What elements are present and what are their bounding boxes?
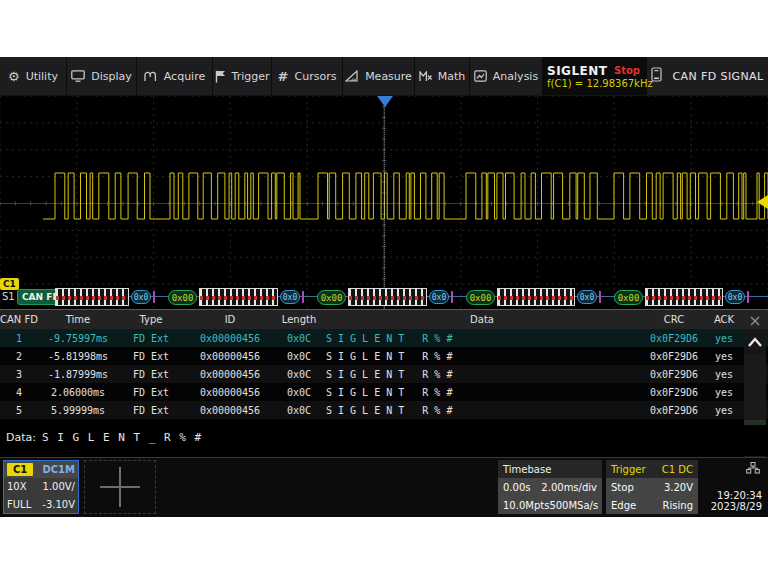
cell-crc: 0x0F29D6 [642, 387, 706, 398]
cell-length: 0x0C [276, 351, 322, 362]
trigger-source: C1 DC [662, 464, 693, 475]
trigger-level: 3.20V [664, 482, 693, 493]
table-row[interactable]: 55.99999msFD Ext0x000004560x0CS I G L E … [0, 401, 768, 419]
detail-label: Data: [6, 431, 36, 444]
cell-data: S I G L E N T _ R % # [322, 369, 642, 380]
decode-signal-menu[interactable]: CAN FD SIGNAL [647, 57, 768, 95]
cell-data: S I G L E N T _ R % # [322, 405, 642, 416]
column-header-time: Time [38, 314, 118, 325]
channel1-offset-marker[interactable]: C1 [0, 278, 19, 290]
trigger-position-marker[interactable] [377, 96, 393, 107]
plus-icon [100, 467, 140, 507]
table-row[interactable]: 3-1.87999msFD Ext0x000004560x0CS I G L E… [0, 365, 768, 383]
waveform-display[interactable]: C1 S1 CAN FD 0x00x000x00x000x00x000x00x0… [0, 95, 768, 310]
menu-item-trigger[interactable]: Trigger [213, 57, 272, 95]
close-icon[interactable]: × [743, 312, 767, 330]
column-header-id: ID [184, 314, 276, 325]
bus-end-segment: 0x0 [280, 290, 300, 304]
decode-table: CAN FDTimeTypeIDLengthDataCRCACK 1-9.759… [0, 310, 768, 425]
channel1-offset: -3.10V [42, 499, 75, 510]
column-header-can-fd: CAN FD [0, 314, 38, 325]
cell-length: 0x0C [276, 369, 322, 380]
trigger-descriptor[interactable]: Trigger C1 DC Stop 3.20V Edge Rising [606, 460, 698, 514]
menu-item-display[interactable]: Display [67, 57, 137, 95]
bus-value-segment: 0x00 [614, 290, 643, 305]
flag-icon [215, 70, 226, 83]
column-header-data: Data [322, 314, 642, 325]
menu-item-analysis[interactable]: Analysis [470, 57, 543, 95]
table-row[interactable]: 2-5.81998msFD Ext0x000004560x0CS I G L E… [0, 347, 768, 365]
timebase-descriptor[interactable]: Timebase 0.00s 2.00ms/div 10.0Mpts 500MS… [498, 460, 602, 514]
menu-item-utility[interactable]: ⚙Utility [0, 57, 67, 95]
cell-num: 1 [0, 333, 38, 344]
cell-id: 0x00000456 [184, 369, 276, 380]
cell-ack: yes [706, 369, 742, 380]
cell-time: 5.99999ms [38, 405, 118, 416]
cell-time: -1.87999ms [38, 369, 118, 380]
bus-end-segment: 0x0 [725, 290, 745, 304]
cell-data: S I G L E N T _ R % # [322, 333, 642, 344]
cell-time: -5.81998ms [38, 351, 118, 362]
cell-ack: yes [706, 333, 742, 344]
bus-data-burst [199, 288, 278, 306]
cell-ack: yes [706, 351, 742, 362]
acquisition-status: Stop [614, 65, 640, 76]
cell-num: 2 [0, 351, 38, 362]
cell-ack: yes [706, 405, 742, 416]
cell-type: FD Ext [118, 333, 184, 344]
clock-time: 19:20:34 [717, 490, 762, 501]
bus-label: S1 [2, 291, 15, 302]
cell-num: 5 [0, 405, 38, 416]
decode-signal-label: CAN FD SIGNAL [672, 70, 763, 83]
menu-item-measure[interactable]: Measure [343, 57, 415, 95]
cell-id: 0x00000456 [184, 405, 276, 416]
trigger-level-marker[interactable] [757, 195, 768, 209]
gear-icon: ⚙ [8, 69, 20, 84]
menu-item-label: Math [438, 70, 466, 83]
menu-item-label: Trigger [232, 70, 270, 83]
status-bar: C1 DC1M 10X 1.00V/ FULL -3.10V Timebase … [0, 457, 768, 517]
channel1-descriptor[interactable]: C1 DC1M 10X 1.00V/ FULL -3.10V [3, 460, 79, 514]
table-row[interactable]: 42.06000msFD Ext0x000004560x0CS I G L E … [0, 383, 768, 401]
table-row[interactable]: 1-9.75997msFD Ext0x000004560x0CS I G L E… [0, 329, 768, 347]
analysis-icon [474, 70, 487, 82]
cell-crc: 0x0F29D6 [642, 351, 706, 362]
display-icon [71, 70, 85, 82]
scroll-up-button[interactable] [744, 330, 766, 354]
cell-length: 0x0C [276, 333, 322, 344]
bus-frame-marker [153, 291, 155, 303]
bus-data-burst [497, 288, 575, 306]
clock-box: 19:20:34 2023/8/29 [700, 460, 766, 514]
column-header-crc: CRC [642, 314, 706, 325]
trigger-status: Stop [611, 482, 634, 493]
decode-table-body: 1-9.75997msFD Ext0x000004560x0CS I G L E… [0, 329, 768, 419]
menu-item-acquire[interactable]: Acquire [137, 57, 213, 95]
channel-slot-placeholder[interactable] [84, 460, 156, 514]
column-header-length: Length [276, 314, 322, 325]
cell-crc: 0x0F29D6 [642, 405, 706, 416]
bus-data-burst [348, 288, 427, 306]
cell-type: FD Ext [118, 387, 184, 398]
menu-item-label: Acquire [164, 70, 205, 83]
cell-data: S I G L E N T _ R % # [322, 387, 642, 398]
column-header-type: Type [118, 314, 184, 325]
frequency-counter: f(C1) = 12.98367kHz [547, 78, 642, 89]
cell-crc: 0x0F29D6 [642, 369, 706, 380]
clock-date: 2023/8/29 [711, 501, 762, 512]
menu-item-label: Measure [365, 70, 412, 83]
cell-length: 0x0C [276, 387, 322, 398]
lan-icon[interactable] [746, 462, 760, 476]
acquire-icon [144, 70, 158, 82]
menu-item-math[interactable]: Math [415, 57, 470, 95]
cell-num: 4 [0, 387, 38, 398]
menu-item-label: Utility [26, 70, 58, 83]
cell-type: FD Ext [118, 369, 184, 380]
menu-item-cursors[interactable]: #Cursors [272, 57, 343, 95]
math-icon [419, 71, 432, 82]
column-header-ack: ACK [706, 314, 742, 325]
cell-crc: 0x0F29D6 [642, 333, 706, 344]
measure-icon [345, 70, 359, 82]
timebase-samplerate: 500MSa/s [549, 500, 598, 511]
channel1-attenuation: 10X [7, 481, 27, 492]
cell-data: S I G L E N T _ R % # [322, 351, 642, 362]
